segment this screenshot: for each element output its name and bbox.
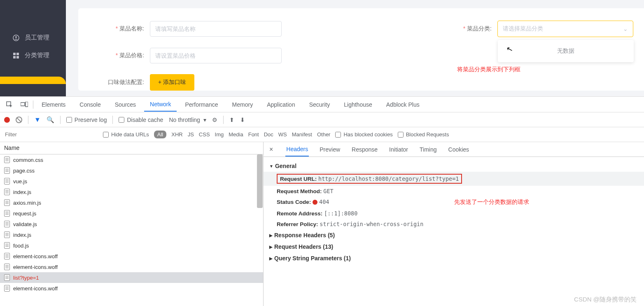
network-row[interactable]: food.js xyxy=(0,240,263,251)
close-detail-icon[interactable]: × xyxy=(267,146,275,153)
filter-font[interactable]: Font xyxy=(248,131,259,138)
preserve-log-checkbox[interactable]: Preserve log xyxy=(66,117,107,123)
filter-css[interactable]: CSS xyxy=(199,131,210,138)
svg-rect-7 xyxy=(21,103,25,106)
filter-ws[interactable]: WS xyxy=(278,131,287,138)
tab-application[interactable]: Application xyxy=(261,98,301,111)
wifi-icon[interactable]: ⚙ xyxy=(212,117,217,123)
blocked-requests-checkbox[interactable]: Blocked Requests xyxy=(398,131,449,138)
file-name: common.css xyxy=(13,157,43,163)
user-icon xyxy=(12,34,20,42)
file-name: food.js xyxy=(13,243,29,249)
network-row[interactable]: element-icons.woff xyxy=(0,251,263,262)
network-row[interactable]: index.js xyxy=(0,229,263,240)
form-panel: *菜品名称: *菜品分类: 请选择菜品分类 ⌄ 无数据 *菜品价格: 口味做法配… xyxy=(78,8,644,91)
add-flavor-button[interactable]: + 添加口味 xyxy=(150,74,194,91)
dtab-preview[interactable]: Preview xyxy=(319,143,341,156)
file-name: list?type=1 xyxy=(13,275,39,281)
request-detail: × Headers Preview Response Initiator Tim… xyxy=(264,142,644,306)
section-query-params[interactable]: ▶Query String Parameters (1) xyxy=(269,255,638,262)
network-row[interactable]: element-icons.woff xyxy=(0,283,263,294)
svg-rect-2 xyxy=(13,53,16,55)
section-general[interactable]: ▼General xyxy=(269,163,638,169)
tab-security[interactable]: Security xyxy=(303,98,336,111)
filter-doc[interactable]: Doc xyxy=(264,131,273,138)
main-content: *菜品名称: *菜品分类: 请选择菜品分类 ⌄ 无数据 *菜品价格: 口味做法配… xyxy=(66,0,644,96)
filter-all[interactable]: All xyxy=(154,131,166,138)
upload-icon[interactable]: ⬆ xyxy=(229,117,234,123)
svg-rect-5 xyxy=(16,56,19,58)
file-icon xyxy=(4,189,10,195)
disable-cache-checkbox[interactable]: Disable cache xyxy=(119,117,163,123)
file-name: element-icons.woff xyxy=(13,285,58,292)
svg-rect-3 xyxy=(16,53,19,55)
network-row[interactable]: common.css xyxy=(0,154,263,165)
devtools-tabs: Elements Console Sources Network Perform… xyxy=(0,97,644,112)
devtools: Elements Console Sources Network Perform… xyxy=(0,96,644,306)
network-row[interactable]: request.js xyxy=(0,208,263,219)
file-name: element-icons.woff xyxy=(13,253,58,259)
network-row[interactable]: page.css xyxy=(0,165,263,176)
separator xyxy=(223,116,224,124)
section-request-headers[interactable]: ▶Request Headers (13) xyxy=(269,243,638,250)
filter-media[interactable]: Media xyxy=(229,131,243,138)
chevron-down-icon: ⌄ xyxy=(623,26,628,32)
detail-tabs: × Headers Preview Response Initiator Tim… xyxy=(264,142,644,157)
dtab-initiator[interactable]: Initiator xyxy=(388,143,409,156)
filter-bar: Hide data URLs All XHR JS CSS Img Media … xyxy=(0,127,644,142)
sidebar-item-category[interactable]: 分类管理 xyxy=(0,47,66,64)
tab-memory[interactable]: Memory xyxy=(226,98,259,111)
inspect-icon[interactable] xyxy=(3,101,16,108)
has-blocked-checkbox[interactable]: Has blocked cookies xyxy=(335,131,392,138)
throttling-select[interactable]: No throttling ▾ xyxy=(169,117,206,123)
file-name: index.js xyxy=(13,232,31,238)
status-dot-icon xyxy=(313,200,317,205)
dish-name-input[interactable] xyxy=(150,21,282,37)
dish-name-label: *菜品名称: xyxy=(99,25,144,33)
network-row[interactable]: vue.js xyxy=(0,176,263,187)
network-row[interactable]: index.js xyxy=(0,187,263,197)
network-row[interactable]: validate.js xyxy=(0,219,263,229)
filter-xhr[interactable]: XHR xyxy=(171,131,182,138)
tab-sources[interactable]: Sources xyxy=(109,98,142,111)
dish-category-select[interactable]: 请选择菜品分类 ⌄ 无数据 xyxy=(497,21,633,37)
download-icon[interactable]: ⬇ xyxy=(240,117,245,123)
scrollbar-thumb[interactable] xyxy=(257,154,263,208)
dtab-timing[interactable]: Timing xyxy=(419,143,438,156)
device-icon[interactable] xyxy=(18,102,30,107)
kv-request-url: Request URL: http://localhost:8080/categ… xyxy=(264,172,644,186)
tab-performance[interactable]: Performance xyxy=(179,98,224,111)
filter-manifest[interactable]: Manifest xyxy=(292,131,312,138)
dtab-cookies[interactable]: Cookies xyxy=(448,143,470,156)
section-response-headers[interactable]: ▶Response Headers (5) xyxy=(269,232,638,238)
network-row[interactable]: list?type=1 xyxy=(0,272,263,283)
tab-network[interactable]: Network xyxy=(144,98,177,112)
sidebar-item-staff[interactable]: 员工管理 xyxy=(0,29,66,47)
dish-price-input[interactable] xyxy=(150,48,282,63)
hide-data-urls-checkbox[interactable]: Hide data URLs xyxy=(103,131,149,138)
file-icon xyxy=(4,274,10,281)
filter-js[interactable]: JS xyxy=(188,131,194,138)
dtab-headers[interactable]: Headers xyxy=(285,142,309,157)
file-icon xyxy=(4,210,10,217)
filter-icon[interactable]: ▼ xyxy=(34,116,41,124)
tab-elements[interactable]: Elements xyxy=(36,98,71,111)
network-row[interactable]: axios.min.js xyxy=(0,197,263,208)
svg-rect-8 xyxy=(26,102,28,107)
separator xyxy=(60,116,61,124)
tab-lighthouse[interactable]: Lighthouse xyxy=(338,98,378,111)
sidebar: 员工管理 分类管理 xyxy=(0,0,66,96)
filter-img[interactable]: Img xyxy=(215,131,224,138)
clear-icon[interactable] xyxy=(16,117,22,123)
tab-adblock[interactable]: Adblock Plus xyxy=(380,98,425,111)
netlist-header[interactable]: Name xyxy=(0,142,263,154)
dtab-response[interactable]: Response xyxy=(351,143,378,156)
filter-input[interactable] xyxy=(3,129,98,140)
search-icon[interactable]: 🔍 xyxy=(47,116,54,124)
network-row[interactable]: element-icons.woff xyxy=(0,262,263,272)
file-name: page.css xyxy=(13,168,35,174)
network-list: Name common.csspage.cssvue.jsindex.jsaxi… xyxy=(0,142,264,306)
record-icon[interactable] xyxy=(4,117,10,123)
tab-console[interactable]: Console xyxy=(74,98,106,111)
filter-other[interactable]: Other xyxy=(317,131,331,138)
